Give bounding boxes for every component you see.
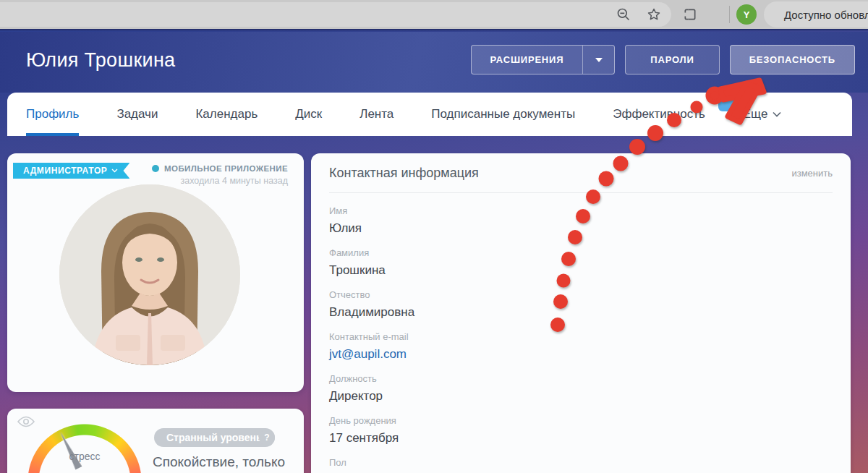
tab-calendar[interactable]: Календарь	[195, 93, 258, 136]
tab-more-label: Еще	[743, 107, 768, 122]
field-label: Отчество	[329, 289, 833, 301]
extensions-icon[interactable]	[683, 7, 697, 22]
field-value: Трошкина	[329, 262, 833, 279]
online-dot-icon	[152, 165, 159, 172]
contact-info-card: Контактная информация изменить Имя Юлия …	[311, 153, 851, 473]
stress-level-badge: Странный уровень	[154, 428, 275, 447]
admin-role-label: АДМИНИСТРАТОР	[23, 166, 107, 176]
browser-update-chip[interactable]: Доступно обновлен	[764, 1, 868, 27]
stress-description: Спокойствие, только спокойствие	[153, 452, 285, 473]
presence-status: МОБИЛЬНОЕ ПРИЛОЖЕНИЕ заходила 4 минуты н…	[152, 164, 288, 186]
chevron-down-icon	[111, 169, 118, 173]
stress-gauge: стресс 35 %	[27, 423, 142, 473]
profile-hero: Юлия Трошкина РАСШИРЕНИЯ ПАРОЛИ БЕЗОПАСН…	[0, 32, 868, 93]
field-value: Директор	[329, 388, 833, 405]
browser-toolbar: Y Доступно обновлен	[0, 0, 868, 29]
last-seen-label: заходила 4 минуты назад	[152, 176, 288, 186]
user-avatar[interactable]	[59, 184, 240, 365]
passwords-button[interactable]: ПАРОЛИ	[625, 45, 719, 74]
contact-fields-list: Имя Юлия Фамилия Трошкина Отчество Влади…	[311, 193, 851, 469]
zoom-out-icon[interactable]	[616, 7, 631, 22]
tab-profile-label: Профиль	[26, 107, 79, 122]
field-label: Контактный e-mail	[329, 331, 833, 343]
extensions-dropdown-toggle[interactable]	[582, 46, 614, 74]
security-button[interactable]: БЕЗОПАСНОСТЬ	[730, 45, 855, 74]
gauge-arc	[27, 423, 142, 473]
field-birthday: День рождения 17 сентября	[329, 414, 833, 447]
field-label: Должность	[329, 372, 833, 385]
edit-contact-link[interactable]: изменить	[791, 168, 833, 179]
field-email: Контактный e-mail jvt@aupil.com	[329, 331, 833, 363]
tab-tasks[interactable]: Задачи	[116, 93, 158, 136]
security-button-label: БЕЗОПАСНОСТЬ	[749, 54, 835, 65]
extensions-button[interactable]: РАСШИРЕНИЯ	[471, 45, 616, 74]
tab-feed[interactable]: Лента	[359, 93, 393, 136]
avatar-photo	[59, 184, 240, 365]
field-middle-name: Отчество Владимировна	[329, 289, 833, 321]
tab-tasks-label: Задачи	[116, 107, 158, 122]
hero-buttons: РАСШИРЕНИЯ ПАРОЛИ БЕЗОПАСНОСТЬ	[471, 45, 855, 74]
field-label: Фамилия	[329, 247, 833, 259]
tab-signed-documents-label: Подписанные документы	[431, 107, 575, 122]
page-title: Юлия Трошкина	[26, 49, 175, 72]
address-bar[interactable]	[0, 2, 671, 27]
field-label: Имя	[329, 205, 833, 217]
profile-summary-card: АДМИНИСТРАТОР МОБИЛЬНОЕ ПРИЛОЖЕНИЕ заход…	[7, 153, 304, 392]
field-last-name: Фамилия Трошкина	[329, 247, 833, 279]
chevron-down-icon	[595, 58, 603, 62]
tab-signed-documents[interactable]: Подписанные документы	[431, 93, 575, 136]
tab-efficiency-label: Эффективность	[613, 107, 705, 122]
admin-role-badge[interactable]: АДМИНИСТРАТОР	[13, 163, 129, 179]
tab-drive-label: Диск	[295, 107, 322, 122]
tab-drive[interactable]: Диск	[295, 93, 322, 136]
field-gender: Пол	[329, 456, 833, 469]
tab-profile[interactable]: Профиль	[26, 93, 79, 136]
page-background: Юлия Трошкина РАСШИРЕНИЯ ПАРОЛИ БЕЗОПАСН…	[0, 29, 868, 473]
tab-calendar-label: Календарь	[195, 107, 258, 122]
tab-more[interactable]: Еще	[743, 93, 782, 136]
help-question-icon[interactable]: ?	[259, 430, 275, 446]
tab-feed-label: Лента	[359, 107, 393, 122]
tab-efficiency[interactable]: Эффективность	[613, 93, 705, 136]
field-first-name: Имя Юлия	[329, 205, 833, 237]
bookmark-star-icon[interactable]	[647, 7, 661, 22]
efficiency-percent-badge	[718, 93, 740, 111]
toolbar-divider	[729, 6, 730, 23]
field-value: Владимировна	[329, 304, 833, 321]
presence-title-label: МОБИЛЬНОЕ ПРИЛОЖЕНИЕ	[164, 164, 288, 173]
gauge-label: стресс	[27, 451, 142, 462]
stress-level-card: стресс 35 % Странный уровень ? Спокойств…	[7, 409, 304, 473]
browser-profile-avatar[interactable]: Y	[736, 4, 757, 25]
stress-description-line1: Спокойствие, только	[153, 452, 285, 472]
field-position: Должность Директор	[329, 372, 833, 405]
chevron-down-icon	[773, 111, 781, 117]
field-value: 17 сентября	[329, 430, 833, 447]
passwords-button-label: ПАРОЛИ	[650, 54, 694, 65]
field-label: Пол	[329, 456, 833, 469]
presence-title-row: МОБИЛЬНОЕ ПРИЛОЖЕНИЕ	[152, 164, 288, 173]
extensions-button-label: РАСШИРЕНИЯ	[472, 54, 583, 65]
contact-card-header: Контактная информация изменить	[311, 153, 851, 181]
field-value: Юлия	[329, 220, 833, 237]
email-link[interactable]: jvt@aupil.com	[329, 346, 833, 363]
field-label: День рождения	[329, 414, 833, 427]
contact-card-title: Контактная информация	[329, 166, 479, 181]
